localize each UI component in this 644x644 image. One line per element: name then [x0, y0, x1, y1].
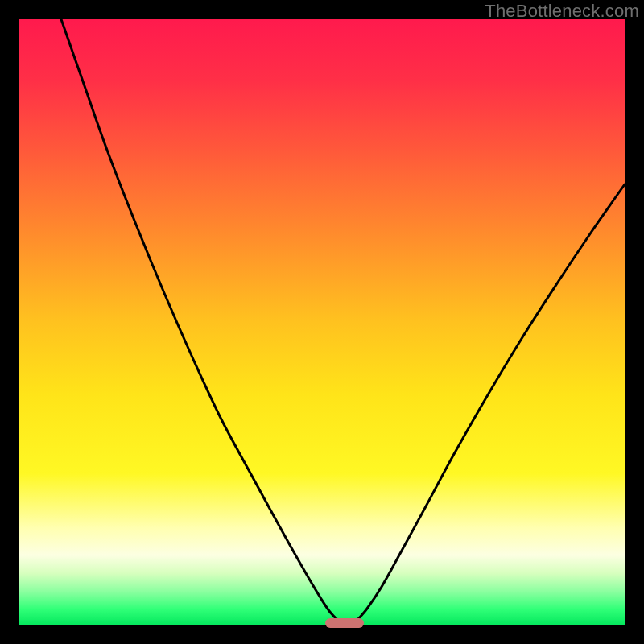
curve-right-branch — [357, 184, 625, 620]
plot-area — [19, 19, 625, 625]
optimum-marker — [325, 618, 364, 628]
curve-layer — [19, 19, 625, 625]
curve-left-branch — [61, 19, 337, 620]
